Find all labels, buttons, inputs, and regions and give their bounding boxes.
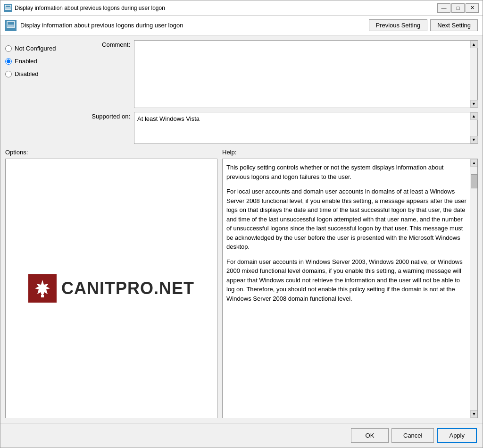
logo-text: CANITPRO.NET bbox=[61, 279, 194, 298]
supported-scroll-up[interactable]: ▲ bbox=[470, 112, 478, 120]
enabled-radio[interactable] bbox=[5, 58, 12, 65]
comment-section: Comment: ▲ ▼ bbox=[90, 40, 478, 108]
svg-rect-3 bbox=[8, 25, 14, 27]
disabled-label: Disabled bbox=[15, 70, 39, 77]
previous-setting-button[interactable]: Previous Setting bbox=[369, 19, 428, 31]
disabled-radio[interactable] bbox=[5, 71, 12, 77]
comment-textarea[interactable] bbox=[134, 41, 470, 108]
logo-container: CANITPRO.NET bbox=[28, 274, 194, 303]
supported-section: Supported on: At least Windows Vista ▲ ▼ bbox=[90, 112, 478, 144]
enabled-label: Enabled bbox=[15, 58, 37, 65]
ok-button[interactable]: OK bbox=[351, 428, 389, 443]
comment-scrollbar[interactable]: ▲ ▼ bbox=[470, 41, 477, 108]
comment-textarea-wrap: ▲ ▼ bbox=[134, 40, 478, 108]
top-section: Not Configured Enabled Disabled Comment: bbox=[5, 40, 478, 144]
supported-value: At least Windows Vista bbox=[134, 112, 477, 144]
help-paragraph-2: For local user accounts and domain user … bbox=[226, 187, 467, 252]
title-bar: Display information about previous logon… bbox=[0, 0, 483, 16]
not-configured-radio[interactable] bbox=[5, 45, 12, 52]
help-scroll-thumb[interactable] bbox=[471, 174, 477, 188]
main-window: Display information about previous logon… bbox=[0, 0, 483, 448]
supported-scroll-track bbox=[470, 120, 477, 136]
maple-leaf-svg bbox=[32, 278, 53, 299]
comment-label: Comment: bbox=[90, 40, 130, 108]
title-bar-controls: — □ ✕ bbox=[437, 3, 479, 13]
minimize-button[interactable]: — bbox=[437, 3, 450, 13]
close-button[interactable]: ✕ bbox=[466, 3, 479, 13]
disabled-option[interactable]: Disabled bbox=[5, 70, 85, 77]
header-title: Display information about previous logon… bbox=[20, 22, 183, 29]
bottom-section: CANITPRO.NET This policy setting control… bbox=[5, 159, 478, 418]
supported-box-wrap: At least Windows Vista ▲ ▼ bbox=[134, 112, 478, 144]
scroll-track bbox=[470, 48, 477, 100]
maple-leaf-box bbox=[28, 274, 57, 303]
header-bar-left: Display information about previous logon… bbox=[5, 20, 183, 31]
not-configured-option[interactable]: Not Configured bbox=[5, 45, 85, 52]
help-scroll-up[interactable]: ▲ bbox=[470, 159, 478, 167]
svg-rect-4 bbox=[41, 295, 44, 297]
footer: OK Cancel Apply bbox=[0, 423, 483, 448]
content-area: Not Configured Enabled Disabled Comment: bbox=[0, 35, 483, 423]
help-scroll-track bbox=[470, 188, 477, 410]
help-scroll-down[interactable]: ▼ bbox=[470, 410, 478, 418]
supported-scrollbar[interactable]: ▲ ▼ bbox=[470, 112, 477, 144]
enabled-option[interactable]: Enabled bbox=[5, 58, 85, 65]
supported-label: Supported on: bbox=[90, 112, 130, 144]
header-buttons: Previous Setting Next Setting bbox=[369, 19, 478, 31]
supported-scroll-down[interactable]: ▼ bbox=[470, 136, 478, 144]
help-paragraph-3: For domain user accounts in Windows Serv… bbox=[226, 257, 467, 304]
right-panel: Comment: ▲ ▼ Supported on: At least Wind… bbox=[90, 40, 478, 144]
svg-rect-1 bbox=[6, 7, 10, 9]
window-icon bbox=[4, 4, 12, 12]
options-section-label: Options: bbox=[5, 149, 217, 156]
help-section-label: Help: bbox=[222, 149, 478, 156]
help-paragraph-1: This policy setting controls whether or … bbox=[226, 163, 467, 181]
help-panel: This policy setting controls whether or … bbox=[222, 159, 478, 418]
options-panel: CANITPRO.NET bbox=[5, 159, 217, 418]
help-scrollbar[interactable]: ▲ ▼ bbox=[470, 159, 477, 418]
not-configured-label: Not Configured bbox=[15, 45, 56, 52]
apply-button[interactable]: Apply bbox=[437, 428, 477, 443]
bottom-labels: Options: Help: bbox=[5, 149, 478, 156]
title-bar-left: Display information about previous logon… bbox=[4, 4, 165, 12]
header-bar: Display information about previous logon… bbox=[0, 16, 483, 35]
radio-panel: Not Configured Enabled Disabled bbox=[5, 40, 85, 144]
scroll-down-arrow[interactable]: ▼ bbox=[470, 100, 478, 108]
scroll-up-arrow[interactable]: ▲ bbox=[470, 41, 478, 48]
help-text-content: This policy setting controls whether or … bbox=[223, 159, 477, 418]
next-setting-button[interactable]: Next Setting bbox=[430, 19, 478, 31]
header-icon bbox=[5, 20, 17, 31]
window-title: Display information about previous logon… bbox=[15, 5, 165, 11]
cancel-button[interactable]: Cancel bbox=[391, 428, 434, 443]
maximize-button[interactable]: □ bbox=[451, 3, 465, 13]
